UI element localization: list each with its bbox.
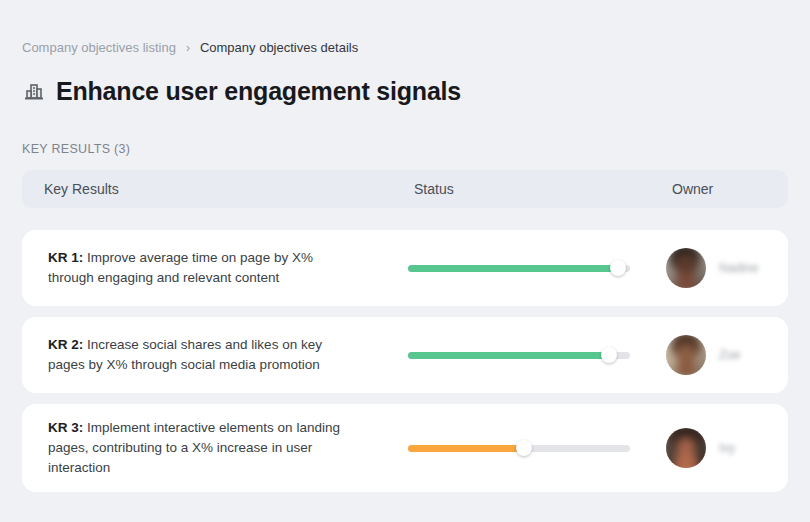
kr1-slider-handle[interactable]: [610, 260, 626, 276]
kr3-owner-cell: Ivy: [650, 428, 788, 468]
kr2-owner-cell: Zoe: [650, 335, 788, 375]
kr3-status-cell: [408, 445, 650, 452]
chevron-right-icon: ›: [186, 41, 190, 55]
kr3-slider-handle[interactable]: [516, 440, 532, 456]
breadcrumb: Company objectives listing › Company obj…: [22, 40, 788, 55]
kr1-description-text: Improve average time on page by X% throu…: [48, 250, 313, 285]
table-row-kr3[interactable]: KR 3: Implement interactive elements on …: [22, 404, 788, 492]
kr3-text: KR 3: Implement interactive elements on …: [22, 418, 408, 478]
page-title: Enhance user engagement signals: [56, 77, 461, 106]
breadcrumb-details-current: Company objectives details: [200, 40, 358, 55]
kr1-progress-slider[interactable]: [408, 265, 630, 272]
kr1-owner-cell: Nadine: [650, 248, 788, 288]
kr1-text: KR 1: Improve average time on page by X%…: [22, 248, 408, 288]
kr2-description-text: Increase social shares and likes on key …: [48, 337, 322, 372]
kr3-owner-avatar[interactable]: [666, 428, 706, 468]
page-title-row: Enhance user engagement signals: [22, 77, 788, 106]
kr2-owner-avatar[interactable]: [666, 335, 706, 375]
kr2-text: KR 2: Increase social shares and likes o…: [22, 335, 408, 375]
kr1-owner-avatar[interactable]: [666, 248, 706, 288]
kr3-owner-name: Ivy: [719, 441, 735, 455]
objective-details-page: Company objectives listing › Company obj…: [0, 0, 810, 492]
kr3-description-text: Implement interactive elements on landin…: [48, 420, 340, 475]
buildings-icon: [22, 80, 46, 104]
kr1-owner-name: Nadine: [719, 261, 759, 275]
kr2-owner-name: Zoe: [719, 348, 741, 362]
kr2-label: KR 2:: [48, 337, 83, 352]
kr3-progress-slider[interactable]: [408, 445, 630, 452]
breadcrumb-listing-link[interactable]: Company objectives listing: [22, 40, 176, 55]
column-header-status: Status: [408, 181, 650, 197]
table-header: Key Results Status Owner: [22, 170, 788, 208]
kr3-progress-fill: [408, 445, 523, 452]
kr3-label: KR 3:: [48, 420, 83, 435]
column-header-owner: Owner: [650, 181, 788, 197]
kr1-label: KR 1:: [48, 250, 83, 265]
table-row-kr1[interactable]: KR 1: Improve average time on page by X%…: [22, 230, 788, 306]
column-header-key-results: Key Results: [22, 181, 408, 197]
table-row-kr2[interactable]: KR 2: Increase social shares and likes o…: [22, 317, 788, 393]
kr2-status-cell: [408, 352, 650, 359]
kr2-slider-handle[interactable]: [601, 347, 617, 363]
kr2-progress-slider[interactable]: [408, 352, 630, 359]
kr2-progress-fill: [408, 352, 608, 359]
kr1-status-cell: [408, 265, 650, 272]
kr1-progress-fill: [408, 265, 617, 272]
key-results-section-label: KEY RESULTS (3): [22, 142, 788, 156]
